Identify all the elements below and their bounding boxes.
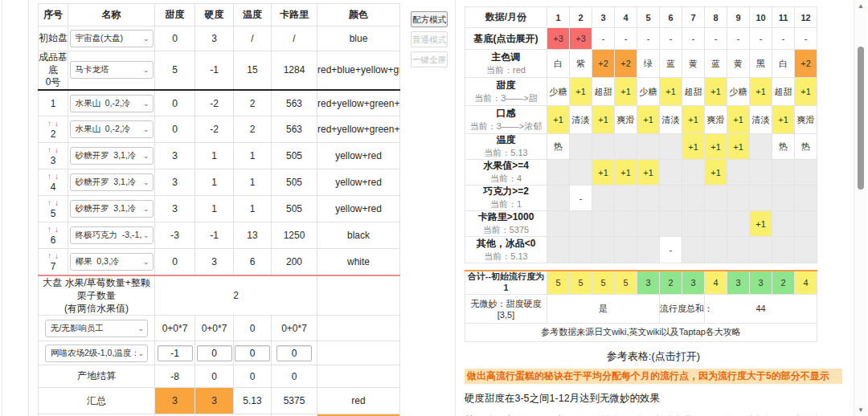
scroll-up-icon[interactable]: ▲: [854, 2, 867, 10]
popularity-sum-label: 流行度总和：: [660, 294, 705, 323]
matrix-cell: -: [592, 28, 615, 50]
move-up-icon[interactable]: ↑: [47, 251, 51, 260]
matrix-cell: 蓝: [705, 50, 727, 78]
farm-select[interactable]: 网喵农场2级-1,0,温度：0⌄: [45, 345, 148, 362]
staff-select[interactable]: 无/无影响员工⌄: [45, 320, 148, 337]
color-cell: red+yellow+green+purple: [317, 90, 400, 116]
value-cell: 505: [272, 169, 317, 196]
move-down-icon[interactable]: ↓: [55, 172, 59, 181]
matrix-cell: [705, 211, 727, 237]
move-down-icon[interactable]: ↓: [55, 251, 59, 260]
matrix-cell: [705, 237, 727, 263]
ingredient-select[interactable]: 砂糖开罗 3,1,冷⌄: [70, 173, 154, 191]
reorder-arrows[interactable]: ↑↓: [39, 146, 68, 154]
move-up-icon[interactable]: ↑: [47, 119, 51, 128]
matrix-cell: 热: [547, 134, 570, 160]
move-up-icon[interactable]: ↑: [47, 145, 51, 154]
matrix-cell: [637, 186, 660, 211]
color-cell: yellow+red: [317, 196, 400, 222]
row-label: 初始盘: [39, 27, 68, 51]
value-cell: 13: [234, 222, 272, 249]
farm-adjust-input[interactable]: [158, 345, 193, 361]
empty-cell: [317, 316, 400, 341]
chevron-down-icon: ⌄: [143, 125, 149, 133]
reorder-arrows[interactable]: ↑↓: [39, 199, 68, 207]
month-header: 7: [682, 7, 705, 28]
ingredient-select[interactable]: 终极巧克力 -3,-1,热⌄: [70, 226, 154, 244]
value-cell: 3: [155, 169, 195, 196]
ingredient-select[interactable]: 砂糖开罗 3,1,冷⌄: [70, 200, 154, 218]
matrix-cell: [727, 160, 750, 186]
matrix-row-label: 主色调当前：red: [465, 50, 547, 78]
farm-adjust-input[interactable]: [197, 345, 232, 361]
ingredient-select[interactable]: 水果山 0,-2,冷⌄: [70, 95, 154, 112]
matrix-cell: [727, 211, 750, 237]
reorder-arrows[interactable]: ↑↓: [39, 226, 68, 234]
item-cell: 椰果 0,3,冷⌄: [68, 249, 155, 275]
matrix-cell: 紫: [570, 50, 592, 78]
ingredient-select[interactable]: 椰果 0,3,冷⌄: [70, 253, 154, 271]
move-down-icon[interactable]: ↓: [55, 119, 59, 128]
summary-value-cell: 5.13: [234, 388, 272, 414]
fullscreen-button[interactable]: 一键全屏: [411, 51, 448, 67]
matrix-cell: [682, 186, 705, 211]
matrix-cell: [570, 160, 592, 186]
matrix-cell: -: [705, 28, 727, 50]
month-header: 12: [795, 7, 817, 28]
matrix-cell: -: [727, 28, 750, 50]
recipe-table: 序号名称甜度硬度温度卡路里颜色初始盘宇宙盘(大盘)⌄03//blue成品基底 0…: [38, 3, 400, 416]
scrollbar-thumb[interactable]: [858, 47, 864, 190]
farm-adjust-input[interactable]: [276, 345, 312, 361]
staff-value-cell: 0+0*7: [272, 316, 317, 341]
matrix-cell: [615, 237, 637, 263]
matrix-cell: [795, 237, 817, 263]
reorder-arrows[interactable]: ↑↓: [39, 252, 68, 260]
chevron-down-icon: ⌄: [137, 324, 144, 332]
matrix-row-label: 巧克力>=2当前：1: [465, 186, 547, 211]
move-down-icon[interactable]: ↓: [55, 145, 59, 154]
scroll-down-icon[interactable]: ▼: [854, 406, 867, 414]
reorder-arrows[interactable]: ↑↓: [39, 120, 68, 128]
move-up-icon[interactable]: ↑: [47, 198, 51, 207]
ingredient-select[interactable]: 砂糖开罗 3,1,冷⌄: [70, 147, 154, 165]
matrix-row-label: 口感当前：3——>浓郁: [465, 106, 547, 134]
column-header: 硬度: [195, 4, 234, 27]
move-down-icon[interactable]: ↓: [55, 198, 59, 207]
reference-table-link[interactable]: 参考表格:(点击打开): [465, 349, 842, 364]
month-header: 2: [570, 7, 592, 28]
row-number-cell: ↑↓2: [39, 116, 68, 143]
matrix-cell: +1: [705, 160, 727, 186]
matrix-cell: [592, 237, 615, 263]
matrix-row-label[interactable]: 基底(点击展开): [465, 28, 547, 50]
matrix-cell: 超甜: [682, 78, 705, 106]
base-select[interactable]: 马卡龙塔⌄: [70, 61, 154, 79]
color-cell: white: [317, 249, 400, 275]
matrix-cell: [570, 134, 592, 160]
scrollbar[interactable]: ▲ ▼: [854, 0, 867, 416]
value-cell: 1: [195, 169, 234, 196]
normal-mode-button[interactable]: 普通模式: [411, 31, 448, 47]
move-up-icon[interactable]: ↑: [47, 172, 51, 181]
ingredient-select[interactable]: 水果山 0,-2,冷⌄: [70, 120, 154, 138]
matrix-cell: 清淡: [570, 106, 592, 134]
value-cell: -2: [195, 90, 234, 116]
row-number-cell: ↑↓7: [39, 249, 68, 275]
chevron-down-icon: ⌄: [143, 66, 149, 74]
move-down-icon[interactable]: ↓: [55, 225, 59, 234]
matrix-cell: +1: [705, 78, 727, 106]
month-matrix-table: 数据/月份123456789101112基底(点击展开)+3+3--------…: [465, 6, 817, 263]
fruit-count-label: 大盘 水果/草莓数量+整颗栗子数量(有两倍水果值): [39, 275, 155, 316]
plate-select[interactable]: 宇宙盘(大盘)⌄: [70, 30, 154, 47]
matrix-cell: +1: [547, 106, 570, 134]
value-cell: 5: [155, 51, 195, 90]
farm-adjust-input[interactable]: [235, 345, 270, 361]
reorder-arrows[interactable]: ↑↓: [39, 173, 68, 181]
left-gutter: [2, 0, 29, 416]
move-up-icon[interactable]: ↑: [47, 225, 51, 234]
recipe-mode-button[interactable]: 配方模式: [411, 11, 448, 27]
month-header: 9: [727, 7, 750, 28]
matrix-cell: 爽滑: [615, 106, 637, 134]
month-total-cell: 2: [660, 271, 682, 294]
matrix-cell: +1: [750, 211, 772, 237]
matrix-cell: -: [795, 28, 817, 50]
